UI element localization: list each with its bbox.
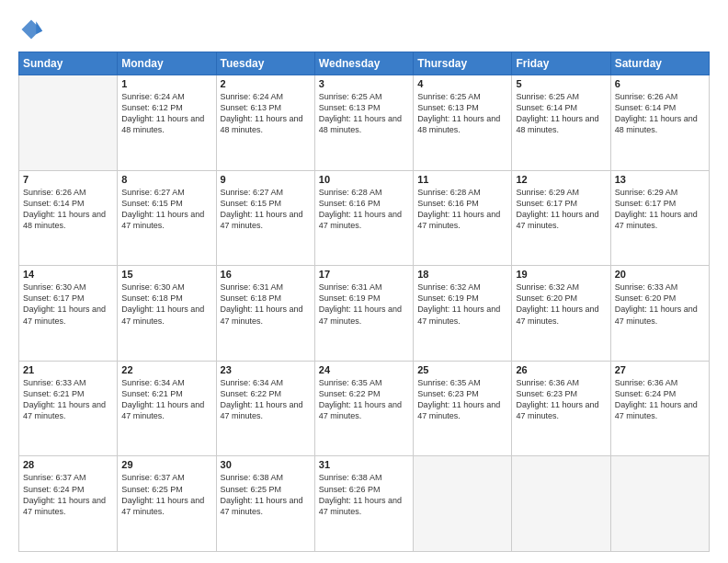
day-number: 20: [615, 269, 705, 280]
day-number: 24: [319, 364, 409, 375]
cell-info: Sunrise: 6:38 AMSunset: 6:26 PMDaylight:…: [319, 472, 409, 517]
cell-info: Sunrise: 6:24 AMSunset: 6:12 PMDaylight:…: [121, 91, 211, 136]
day-number: 13: [615, 174, 705, 185]
day-number: 22: [121, 364, 211, 375]
week-row-0: 1Sunrise: 6:24 AMSunset: 6:12 PMDaylight…: [19, 75, 710, 171]
calendar-cell: 22Sunrise: 6:34 AMSunset: 6:21 PMDayligh…: [118, 361, 216, 456]
calendar-cell: 26Sunrise: 6:36 AMSunset: 6:23 PMDayligh…: [512, 361, 610, 456]
calendar-cell: 15Sunrise: 6:30 AMSunset: 6:18 PMDayligh…: [118, 266, 216, 362]
calendar-cell: 18Sunrise: 6:32 AMSunset: 6:19 PMDayligh…: [414, 266, 512, 362]
weekday-header-monday: Monday: [118, 52, 216, 75]
calendar-cell: 14Sunrise: 6:30 AMSunset: 6:17 PMDayligh…: [19, 266, 118, 362]
day-number: 26: [516, 364, 606, 375]
cell-info: Sunrise: 6:30 AMSunset: 6:17 PMDaylight:…: [23, 282, 113, 327]
cell-info: Sunrise: 6:28 AMSunset: 6:16 PMDaylight:…: [417, 187, 507, 232]
cell-info: Sunrise: 6:30 AMSunset: 6:18 PMDaylight:…: [121, 282, 211, 327]
day-number: 19: [516, 269, 606, 280]
weekday-header-wednesday: Wednesday: [314, 52, 413, 75]
calendar-cell: 23Sunrise: 6:34 AMSunset: 6:22 PMDayligh…: [216, 361, 314, 456]
day-number: 8: [121, 174, 211, 185]
day-number: 31: [319, 459, 409, 470]
day-number: 18: [417, 269, 507, 280]
calendar-cell: 11Sunrise: 6:28 AMSunset: 6:16 PMDayligh…: [414, 170, 512, 266]
calendar-body: 1Sunrise: 6:24 AMSunset: 6:12 PMDaylight…: [19, 75, 710, 552]
cell-info: Sunrise: 6:36 AMSunset: 6:24 PMDaylight:…: [615, 377, 705, 422]
day-number: 7: [23, 174, 113, 185]
cell-info: Sunrise: 6:24 AMSunset: 6:13 PMDaylight:…: [221, 91, 311, 136]
day-number: 21: [23, 364, 113, 375]
svg-marker-1: [36, 21, 42, 34]
calendar-cell: 30Sunrise: 6:38 AMSunset: 6:25 PMDayligh…: [216, 456, 314, 552]
header: [18, 17, 710, 42]
calendar-cell: 19Sunrise: 6:32 AMSunset: 6:20 PMDayligh…: [512, 266, 610, 362]
calendar-cell: 3Sunrise: 6:25 AMSunset: 6:13 PMDaylight…: [314, 75, 413, 171]
cell-info: Sunrise: 6:32 AMSunset: 6:20 PMDaylight:…: [516, 282, 606, 327]
logo-icon: [18, 17, 44, 42]
calendar-cell: 28Sunrise: 6:37 AMSunset: 6:24 PMDayligh…: [19, 456, 118, 552]
cell-info: Sunrise: 6:34 AMSunset: 6:21 PMDaylight:…: [121, 377, 211, 422]
cell-info: Sunrise: 6:36 AMSunset: 6:23 PMDaylight:…: [516, 377, 606, 422]
cell-info: Sunrise: 6:27 AMSunset: 6:15 PMDaylight:…: [121, 187, 211, 232]
cell-info: Sunrise: 6:27 AMSunset: 6:15 PMDaylight:…: [221, 187, 311, 232]
calendar-cell: 13Sunrise: 6:29 AMSunset: 6:17 PMDayligh…: [610, 170, 709, 266]
cell-info: Sunrise: 6:34 AMSunset: 6:22 PMDaylight:…: [221, 377, 311, 422]
calendar-cell: 20Sunrise: 6:33 AMSunset: 6:20 PMDayligh…: [610, 266, 709, 362]
day-number: 16: [221, 269, 311, 280]
cell-info: Sunrise: 6:33 AMSunset: 6:21 PMDaylight:…: [23, 377, 113, 422]
calendar-cell: 21Sunrise: 6:33 AMSunset: 6:21 PMDayligh…: [19, 361, 118, 456]
day-number: 12: [516, 174, 606, 185]
cell-info: Sunrise: 6:28 AMSunset: 6:16 PMDaylight:…: [319, 187, 409, 232]
calendar-cell: 1Sunrise: 6:24 AMSunset: 6:12 PMDaylight…: [118, 75, 216, 171]
calendar-cell: 8Sunrise: 6:27 AMSunset: 6:15 PMDaylight…: [118, 170, 216, 266]
calendar-cell: 2Sunrise: 6:24 AMSunset: 6:13 PMDaylight…: [216, 75, 314, 171]
cell-info: Sunrise: 6:29 AMSunset: 6:17 PMDaylight:…: [516, 187, 606, 232]
calendar-cell: 12Sunrise: 6:29 AMSunset: 6:17 PMDayligh…: [512, 170, 610, 266]
day-number: 25: [417, 364, 507, 375]
day-number: 23: [221, 364, 311, 375]
cell-info: Sunrise: 6:35 AMSunset: 6:23 PMDaylight:…: [417, 377, 507, 422]
cell-info: Sunrise: 6:37 AMSunset: 6:25 PMDaylight:…: [121, 472, 211, 517]
day-number: 11: [417, 174, 507, 185]
logo: [18, 17, 48, 42]
calendar-header: SundayMondayTuesdayWednesdayThursdayFrid…: [19, 52, 710, 75]
day-number: 27: [615, 364, 705, 375]
cell-info: Sunrise: 6:32 AMSunset: 6:19 PMDaylight:…: [417, 282, 507, 327]
day-number: 5: [516, 78, 606, 89]
page: SundayMondayTuesdayWednesdayThursdayFrid…: [0, 0, 728, 563]
calendar-cell: 9Sunrise: 6:27 AMSunset: 6:15 PMDaylight…: [216, 170, 314, 266]
cell-info: Sunrise: 6:25 AMSunset: 6:13 PMDaylight:…: [319, 91, 409, 136]
cell-info: Sunrise: 6:31 AMSunset: 6:18 PMDaylight:…: [221, 282, 311, 327]
calendar-cell: [19, 75, 118, 171]
calendar-cell: 29Sunrise: 6:37 AMSunset: 6:25 PMDayligh…: [118, 456, 216, 552]
day-number: 10: [319, 174, 409, 185]
calendar-cell: [610, 456, 709, 552]
cell-info: Sunrise: 6:29 AMSunset: 6:17 PMDaylight:…: [615, 187, 705, 232]
calendar-cell: 16Sunrise: 6:31 AMSunset: 6:18 PMDayligh…: [216, 266, 314, 362]
calendar-cell: 7Sunrise: 6:26 AMSunset: 6:14 PMDaylight…: [19, 170, 118, 266]
cell-info: Sunrise: 6:25 AMSunset: 6:14 PMDaylight:…: [516, 91, 606, 136]
calendar-cell: 27Sunrise: 6:36 AMSunset: 6:24 PMDayligh…: [610, 361, 709, 456]
calendar-cell: 17Sunrise: 6:31 AMSunset: 6:19 PMDayligh…: [314, 266, 413, 362]
calendar-cell: 4Sunrise: 6:25 AMSunset: 6:13 PMDaylight…: [414, 75, 512, 171]
calendar-cell: [512, 456, 610, 552]
day-number: 14: [23, 269, 113, 280]
calendar-cell: 31Sunrise: 6:38 AMSunset: 6:26 PMDayligh…: [314, 456, 413, 552]
day-number: 30: [221, 459, 311, 470]
week-row-1: 7Sunrise: 6:26 AMSunset: 6:14 PMDaylight…: [19, 170, 710, 266]
cell-info: Sunrise: 6:37 AMSunset: 6:24 PMDaylight:…: [23, 472, 113, 517]
weekday-row: SundayMondayTuesdayWednesdayThursdayFrid…: [19, 52, 710, 75]
weekday-header-tuesday: Tuesday: [216, 52, 314, 75]
day-number: 17: [319, 269, 409, 280]
calendar-table: SundayMondayTuesdayWednesdayThursdayFrid…: [18, 52, 710, 552]
cell-info: Sunrise: 6:26 AMSunset: 6:14 PMDaylight:…: [23, 187, 113, 232]
day-number: 1: [121, 78, 211, 89]
cell-info: Sunrise: 6:25 AMSunset: 6:13 PMDaylight:…: [417, 91, 507, 136]
day-number: 15: [121, 269, 211, 280]
cell-info: Sunrise: 6:38 AMSunset: 6:25 PMDaylight:…: [221, 472, 311, 517]
week-row-4: 28Sunrise: 6:37 AMSunset: 6:24 PMDayligh…: [19, 456, 710, 552]
calendar-cell: 25Sunrise: 6:35 AMSunset: 6:23 PMDayligh…: [414, 361, 512, 456]
weekday-header-thursday: Thursday: [414, 52, 512, 75]
calendar-cell: 5Sunrise: 6:25 AMSunset: 6:14 PMDaylight…: [512, 75, 610, 171]
week-row-3: 21Sunrise: 6:33 AMSunset: 6:21 PMDayligh…: [19, 361, 710, 456]
cell-info: Sunrise: 6:31 AMSunset: 6:19 PMDaylight:…: [319, 282, 409, 327]
